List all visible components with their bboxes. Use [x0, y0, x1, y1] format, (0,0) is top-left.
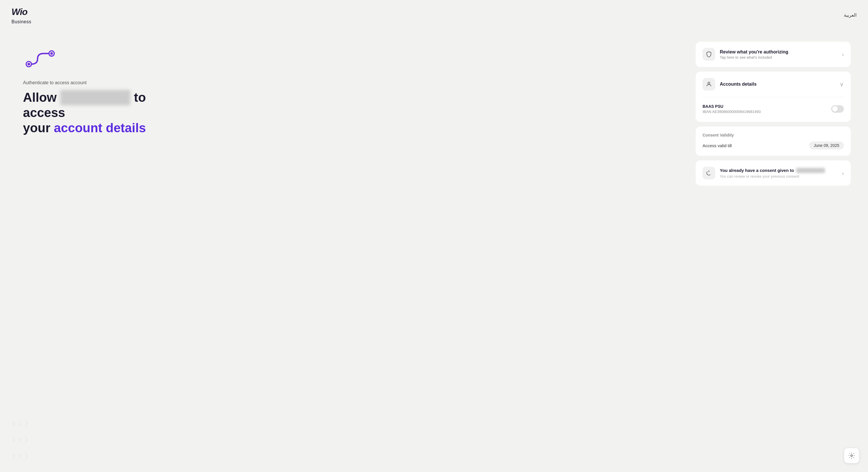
auth-title-blurred [60, 90, 131, 105]
shield-icon-box [703, 48, 715, 61]
logo-business: Business [11, 19, 31, 24]
svg-point-4 [50, 52, 53, 55]
svg-point-5 [708, 82, 710, 84]
arabic-language-link[interactable]: العربية [844, 12, 857, 18]
power-icon-box [703, 167, 715, 179]
review-title: Review what you're authorizing [720, 50, 837, 55]
validity-label: Consent Validity [703, 133, 844, 138]
consent-sub-text: You can review or revoke your previous c… [720, 174, 837, 178]
logo-wio: Wio [11, 6, 37, 19]
consent-blurred-name [796, 168, 825, 173]
consent-main-text: You already have a consent given to [720, 168, 837, 173]
account-info: BAAS PSU IBAN AE390860000009419681493 [703, 104, 761, 114]
previous-consent-row[interactable]: You already have a consent given to You … [696, 160, 851, 186]
right-panel: Review what you're authorizing Tap here … [684, 30, 868, 472]
arrow-chevron: › [11, 448, 16, 462]
svg-point-6 [851, 455, 852, 456]
person-icon [706, 81, 712, 87]
service-logo [23, 48, 667, 71]
validity-row: Access valid till June 09, 2025 [703, 141, 844, 149]
previous-consent-chevron-right-icon: › [842, 170, 844, 177]
accounts-chevron-down-icon: ∨ [840, 81, 844, 88]
accounts-divider [703, 97, 844, 97]
review-card: Review what you're authorizing Tap here … [696, 42, 851, 67]
shield-icon [706, 51, 712, 58]
account-row: BAAS PSU IBAN AE390860000009419681493 [703, 102, 844, 116]
consent-main-label: You already have a consent given to [720, 168, 794, 173]
arrow-chevron: › [11, 416, 16, 430]
main-content: Authenticate to access account Allow to … [0, 30, 868, 472]
arrow-chevron: › [24, 432, 29, 446]
arrow-chevron: › [24, 416, 29, 430]
logo: Wio Business [11, 6, 37, 24]
account-name: BAAS PSU [703, 104, 761, 109]
svg-text:Wio: Wio [11, 7, 28, 17]
validity-field-label: Access valid till [703, 143, 732, 148]
auth-title-prefix: Allow [23, 90, 57, 105]
review-subtitle: Tap here to see what's included [720, 55, 837, 59]
person-icon-box [703, 78, 715, 91]
arrow-chevron: › [11, 432, 16, 446]
header: Wio Business العربية [0, 0, 868, 30]
arrow-chevron: › [18, 432, 22, 446]
accounts-body: BAAS PSU IBAN AE390860000009419681493 [696, 97, 851, 122]
consent-validity-card: Consent Validity Access valid till June … [696, 126, 851, 156]
accounts-card: Accounts details ∨ BAAS PSU IBAN AE39086… [696, 71, 851, 122]
previous-consent-card: You already have a consent given to You … [696, 160, 851, 186]
accounts-header-content: Accounts details [720, 82, 835, 87]
svg-point-3 [28, 63, 30, 65]
left-panel: Authenticate to access account Allow to … [0, 30, 684, 472]
review-content: Review what you're authorizing Tap here … [720, 50, 837, 59]
consent-text-block: You already have a consent given to You … [720, 168, 837, 178]
auth-title-highlight: account details [54, 121, 146, 135]
review-row[interactable]: Review what you're authorizing Tap here … [696, 42, 851, 67]
settings-button[interactable] [844, 448, 859, 463]
arrow-chevron: › [24, 448, 29, 462]
auth-subtitle: Authenticate to access account [23, 80, 667, 85]
account-toggle[interactable] [831, 105, 844, 113]
account-iban: IBAN AE390860000009419681493 [703, 110, 761, 114]
arrow-chevron: › [18, 416, 22, 430]
accounts-title: Accounts details [720, 82, 835, 87]
arrow-chevron: › [18, 448, 22, 462]
review-chevron-right-icon: › [842, 51, 844, 58]
gear-icon [848, 452, 855, 459]
decorative-arrows: › › › › › › › › › [11, 416, 29, 462]
validity-date-badge: June 09, 2025 [809, 141, 844, 149]
auth-title: Allow to accessyour account details [23, 90, 184, 136]
accounts-header[interactable]: Accounts details ∨ [696, 71, 851, 97]
power-icon [706, 170, 712, 176]
